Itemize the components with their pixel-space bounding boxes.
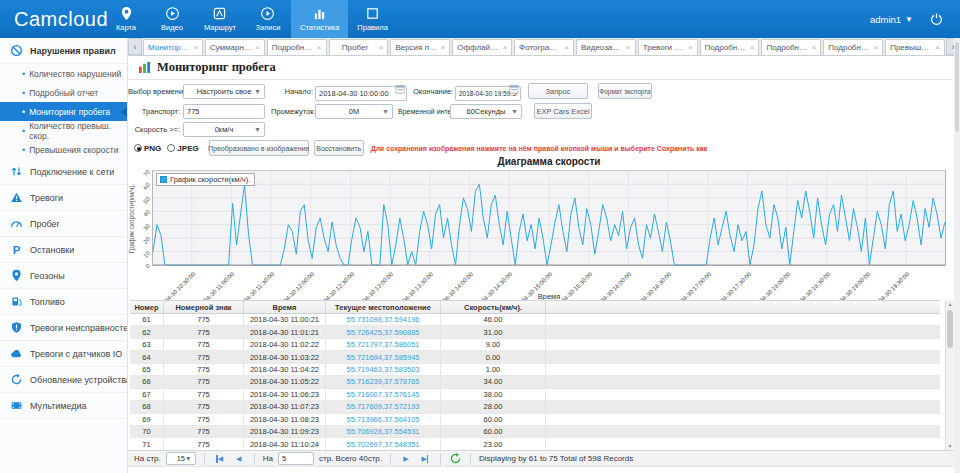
- tab-10[interactable]: Подробный ...×: [761, 39, 821, 55]
- close-icon[interactable]: ×: [688, 43, 693, 52]
- close-icon[interactable]: ×: [626, 43, 631, 52]
- sidebar-item-0[interactable]: Нарушения правил: [0, 38, 127, 64]
- tab-12[interactable]: Превышения...×: [885, 39, 945, 55]
- column-header-1[interactable]: Номерной знак: [164, 301, 244, 313]
- sidebar-item-3[interactable]: Пробег: [0, 211, 127, 237]
- table-row[interactable]: 657752018-04-30 11:04:2255.719463,37.583…: [130, 364, 940, 376]
- scroll-up-icon[interactable]: ▲: [946, 300, 954, 308]
- sidebar-item-10[interactable]: Мультимедиа: [0, 393, 127, 419]
- time-select[interactable]: Настроить свое ▼: [183, 84, 265, 99]
- tab-7[interactable]: Видеозаписи×: [576, 39, 636, 55]
- interval-select[interactable]: 0M ▼: [315, 104, 393, 119]
- table-row[interactable]: 637752018-04-30 11:02:2255.721797,37.586…: [130, 339, 940, 351]
- location-link[interactable]: 55.717609,37.572193: [326, 401, 441, 412]
- close-icon[interactable]: ×: [379, 43, 384, 52]
- close-icon[interactable]: ×: [812, 43, 817, 52]
- column-header-3[interactable]: Текущее местоположение: [326, 301, 441, 313]
- convert-to-image-button[interactable]: Преобразовано в изображение: [209, 140, 309, 156]
- tab-0[interactable]: Мониторинг ...×: [143, 39, 203, 55]
- first-page-button[interactable]: ◀: [213, 452, 227, 465]
- tab-1[interactable]: Суммарный ...×: [205, 39, 265, 55]
- close-icon[interactable]: ×: [750, 43, 755, 52]
- location-link[interactable]: 55.716007,37.576145: [326, 389, 441, 400]
- close-icon[interactable]: ×: [193, 43, 198, 52]
- table-row[interactable]: 627752018-04-30 11:01:2155.726425,37.590…: [130, 326, 940, 338]
- column-header-2[interactable]: Время: [244, 301, 326, 313]
- tab-9[interactable]: Подробный ...×: [700, 39, 760, 55]
- sidebar-item-2[interactable]: Тревоги: [0, 185, 127, 211]
- table-scrollbar[interactable]: ▲ ▼: [945, 300, 954, 450]
- power-icon[interactable]: [929, 12, 944, 27]
- close-icon[interactable]: ×: [441, 43, 446, 52]
- exp-cars-excel-button[interactable]: EXP Cars Excel: [534, 103, 592, 119]
- close-icon[interactable]: ×: [255, 43, 260, 52]
- close-icon[interactable]: ×: [564, 43, 569, 52]
- speed-select[interactable]: 0км/ч ▼: [183, 122, 265, 137]
- table-row[interactable]: 667752018-04-30 11:05:2255.716239,37.578…: [130, 376, 940, 388]
- close-icon[interactable]: ×: [935, 43, 940, 52]
- sidebar-item-6[interactable]: Топливо: [0, 289, 127, 315]
- export-format-button[interactable]: Формат экспорта: [598, 83, 652, 99]
- user-menu[interactable]: admin1 ▼: [870, 14, 913, 25]
- location-link[interactable]: 55.721797,37.586051: [326, 339, 441, 350]
- column-header-0[interactable]: Номер: [130, 301, 164, 313]
- close-icon[interactable]: ×: [502, 43, 507, 52]
- png-radio[interactable]: [134, 144, 142, 152]
- time-interval-select[interactable]: 60Секунды ▼: [450, 104, 522, 119]
- page-scrollbar-thumb[interactable]: [955, 42, 959, 132]
- calendar-icon[interactable]: [395, 84, 405, 94]
- sidebar-item-7[interactable]: Тревоги неисправностей: [0, 315, 127, 341]
- sidebar-item-8[interactable]: Тревоги с датчиков IO: [0, 341, 127, 367]
- topnav-item-route[interactable]: Маршрут: [195, 0, 245, 38]
- restore-button[interactable]: Восстановить: [314, 140, 364, 156]
- sidebar-item-4[interactable]: PОстановки: [0, 237, 127, 263]
- prev-page-button[interactable]: ◀: [232, 452, 246, 465]
- close-icon[interactable]: ×: [317, 43, 322, 52]
- table-row[interactable]: 687752018-04-30 11:07:2355.717609,37.572…: [130, 401, 940, 413]
- sidebar-item-1[interactable]: Подключение к сети: [0, 159, 127, 185]
- location-link[interactable]: 55.726425,37.590885: [326, 326, 441, 337]
- transport-input[interactable]: [183, 104, 265, 119]
- topnav-item-rules[interactable]: Правила: [348, 0, 396, 38]
- table-scrollbar-thumb[interactable]: [947, 310, 953, 348]
- refresh-icon[interactable]: [449, 452, 462, 465]
- location-link[interactable]: 55.719463,37.583503: [326, 364, 441, 375]
- calendar-icon[interactable]: [509, 84, 519, 94]
- sidebar-subitem-0[interactable]: •Количество нарушений: [0, 64, 127, 83]
- tab-2[interactable]: Подробный ...×: [267, 39, 327, 55]
- tabs-scroll-left-button[interactable]: ‹: [128, 38, 142, 55]
- start-datetime-input[interactable]: [315, 86, 407, 101]
- sidebar-subitem-4[interactable]: •Превышения скорости: [0, 140, 127, 159]
- location-link[interactable]: 55.721694,37.585945: [326, 351, 441, 362]
- page-scrollbar[interactable]: [954, 38, 960, 473]
- sidebar-item-5[interactable]: Геозоны: [0, 263, 127, 289]
- table-row[interactable]: 717752018-04-30 11:10:2455.702697,37.548…: [130, 438, 940, 450]
- jpeg-radio[interactable]: [167, 144, 175, 152]
- sidebar-item-9[interactable]: Обновление устройства: [0, 367, 127, 393]
- topnav-item-map[interactable]: Карта: [103, 0, 149, 38]
- table-row[interactable]: 617752018-04-30 11:00:2155.731098,37.594…: [130, 314, 940, 326]
- table-row[interactable]: 707752018-04-30 11:09:2355.706928,37.554…: [130, 426, 940, 438]
- page-number-input[interactable]: [278, 452, 314, 465]
- close-icon[interactable]: ×: [873, 43, 878, 52]
- sidebar-subitem-2[interactable]: •Мониторинг пробега: [0, 102, 127, 121]
- tab-8[interactable]: Тревоги датч...×: [638, 39, 698, 55]
- table-row[interactable]: 647752018-04-30 11:03:2255.721694,37.585…: [130, 351, 940, 363]
- location-link[interactable]: 55.716239,37.578765: [326, 376, 441, 387]
- topnav-item-stats[interactable]: Статистика: [291, 0, 348, 38]
- sidebar-subitem-1[interactable]: •Подробный отчет: [0, 83, 127, 102]
- query-button[interactable]: Запрос: [528, 83, 588, 99]
- table-row[interactable]: 697752018-04-30 11:08:2355.713966,37.564…: [130, 414, 940, 426]
- scroll-down-icon[interactable]: ▼: [946, 442, 954, 450]
- tab-4[interactable]: Версия прош...×: [390, 39, 450, 55]
- table-row[interactable]: 677752018-04-30 11:06:2355.716007,37.576…: [130, 389, 940, 401]
- tab-11[interactable]: Подробный ...×: [823, 39, 883, 55]
- tab-6[interactable]: Фотографии×: [514, 39, 574, 55]
- column-header-4[interactable]: Скорость(км/ч).: [441, 301, 546, 313]
- location-link[interactable]: 55.702697,37.548351: [326, 438, 441, 449]
- last-page-button[interactable]: ▶: [418, 452, 432, 465]
- location-link[interactable]: 55.706928,37.554531: [326, 426, 441, 437]
- tab-5[interactable]: Оффлайн-об...×: [452, 39, 512, 55]
- tab-3[interactable]: Пробег×: [329, 39, 389, 55]
- location-link[interactable]: 55.731098,37.594196: [326, 314, 441, 325]
